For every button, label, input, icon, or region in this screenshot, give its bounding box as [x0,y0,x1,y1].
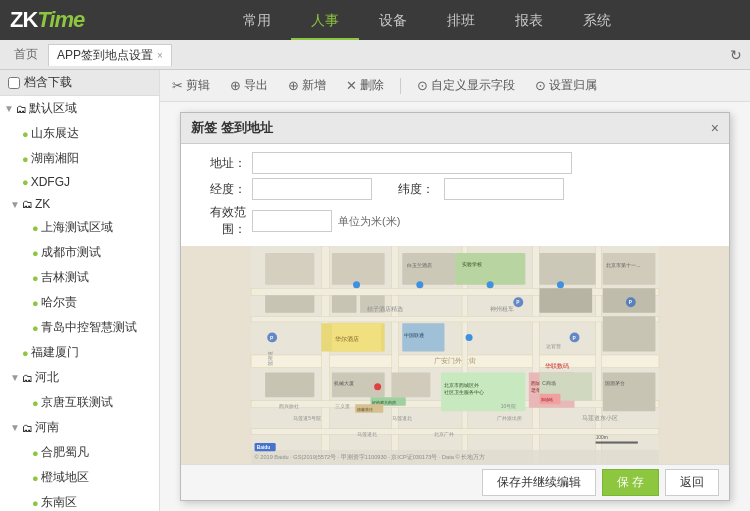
svg-rect-9 [251,316,659,322]
dialog-title: 新签 签到地址 [191,119,273,137]
list-item[interactable]: ● 合肥蜀凡 [0,440,159,465]
breadcrumb-home[interactable]: 首页 [8,44,44,65]
tree-label: 橙域地区 [41,469,89,486]
svg-text:达官营: 达官营 [546,343,561,349]
coords-row: 经度： 纬度： [191,178,719,200]
svg-point-57 [557,281,564,288]
svg-text:西兴旅社: 西兴旅社 [279,403,299,409]
longitude-input[interactable] [252,178,372,200]
app-logo: ZKTime [10,7,84,33]
folder-icon: 🗂 [22,372,33,384]
add-label: 新增 [302,77,326,94]
svg-text:国酒茅台: 国酒茅台 [605,380,625,386]
list-item[interactable]: ● 湖南湘阳 [0,146,159,171]
tree-toggle: ▼ [10,372,20,383]
leaf-icon: ● [32,322,39,334]
list-item[interactable]: ● 上海测试区域 [0,215,159,240]
nav-item-shift[interactable]: 排班 [427,0,495,40]
svg-point-59 [374,383,381,390]
svg-text:社区卫生服务中心: 社区卫生服务中心 [444,389,484,395]
list-item[interactable]: ▼ 🗂 河北 [0,365,159,390]
list-item[interactable]: ● 山东展达 [0,121,159,146]
list-item[interactable]: ● 橙域地区 [0,465,159,490]
longitude-label: 经度： [191,181,246,198]
svg-rect-14 [332,253,385,285]
list-item[interactable]: ▼ 🗂 ZK [0,193,159,215]
list-item[interactable]: ▼ 🗂 默认区域 [0,96,159,121]
settings-icon: ⊙ [535,78,546,93]
main-layout: 档含下载 ▼ 🗂 默认区域 ● 山东展达 ● 湖南湘阳 [0,70,750,511]
new-address-dialog: 新签 签到地址 × 地址： 经度： 纬度： [180,112,730,501]
settings-label: 设置归属 [549,77,597,94]
svg-text:桔子酒店精选: 桔子酒店精选 [366,305,403,312]
latitude-input[interactable] [444,178,564,200]
cut-label: 剪辑 [186,77,210,94]
svg-text:好药师大药房: 好药师大药房 [372,400,396,405]
svg-text:华联数码: 华联数码 [545,363,569,369]
list-item[interactable]: ● 东南区 [0,490,159,511]
leaf-icon: ● [22,153,29,165]
delete-btn[interactable]: ✕ 删除 [342,75,388,96]
leaf-icon: ● [22,176,29,188]
cut-icon: ✂ [172,78,183,93]
list-item[interactable]: ● 哈尔责 [0,290,159,315]
list-item[interactable]: ● 福建厦门 [0,340,159,365]
svg-rect-11 [251,429,659,435]
leaf-icon: ● [32,497,39,509]
list-item[interactable]: ● XDFGJ [0,171,159,193]
leaf-icon: ● [32,222,39,234]
breadcrumb-tab-close[interactable]: × [157,50,163,61]
customize-btn[interactable]: ⊙ 自定义显示字段 [413,75,519,96]
nav-item-system[interactable]: 系统 [563,0,631,40]
svg-rect-39 [539,288,592,313]
sidebar: 档含下载 ▼ 🗂 默认区域 ● 山东展达 ● 湖南湘阳 [0,70,160,511]
breadcrumb-tab-app[interactable]: APP签到地点设置 × [48,44,172,66]
delete-icon: ✕ [346,78,357,93]
folder-icon: 🗂 [16,103,27,115]
add-btn[interactable]: ⊕ 新增 [284,75,330,96]
nav-item-hr[interactable]: 人事 [291,0,359,40]
svg-text:华尔酒店: 华尔酒店 [335,335,359,342]
tree-label: XDFGJ [31,175,70,189]
list-item[interactable]: ● 成都市测试 [0,240,159,265]
svg-rect-13 [265,295,314,313]
back-button[interactable]: 返回 [665,469,719,496]
nav-item-report[interactable]: 报表 [495,0,563,40]
settings-btn[interactable]: ⊙ 设置归属 [531,75,601,96]
sidebar-checkbox[interactable] [8,77,20,89]
save-button[interactable]: 保 存 [602,469,659,496]
save-continue-button[interactable]: 保存并继续编辑 [482,469,596,496]
list-item[interactable]: ● 青岛中控智慧测试 [0,315,159,340]
svg-text:白玉兰酒店: 白玉兰酒店 [407,262,432,268]
latitude-label: 纬度： [398,181,438,198]
tree-label: 山东展达 [31,125,79,142]
cut-btn[interactable]: ✂ 剪辑 [168,75,214,96]
tree-toggle: ▼ [4,103,14,114]
svg-rect-64 [596,441,638,443]
export-label: 导出 [244,77,268,94]
svg-text:C商场: C商场 [542,380,556,386]
export-btn[interactable]: ⊕ 导出 [226,75,272,96]
list-item[interactable]: ▼ 🗂 河南 [0,415,159,440]
nav-item-device[interactable]: 设备 [359,0,427,40]
list-item[interactable]: ● 京唐互联测试 [0,390,159,415]
svg-text:机械大厦: 机械大厦 [334,380,354,386]
svg-point-55 [416,281,423,288]
sidebar-header-label: 档含下载 [24,74,72,91]
map-container[interactable]: 广安门外大街 [181,246,729,464]
svg-text:马莲道5号院: 马莲道5号院 [293,415,321,421]
svg-point-58 [466,334,473,341]
list-item[interactable]: ● 吉林测试 [0,265,159,290]
address-input[interactable] [252,152,572,174]
svg-text:© 2019 Baidu · GS(2019)5572号 ·: © 2019 Baidu · GS(2019)5572号 · 甲测资字11009… [255,453,486,460]
svg-text:北京市西城区外: 北京市西城区外 [444,382,479,388]
tree-label: 上海测试区域 [41,219,113,236]
dialog-close-button[interactable]: × [711,120,719,136]
svg-text:广外派出所: 广外派出所 [497,415,522,421]
svg-text:神州租车: 神州租车 [490,305,514,312]
leaf-icon: ● [32,397,39,409]
range-input[interactable] [252,210,332,232]
refresh-icon[interactable]: ↻ [730,47,742,63]
nav-item-common[interactable]: 常用 [223,0,291,40]
tree-label: 青岛中控智慧测试 [41,319,137,336]
